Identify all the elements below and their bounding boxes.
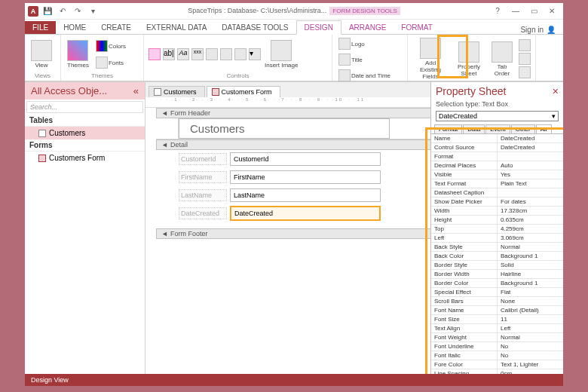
property-row[interactable]: Fore ColorText 1, Lighter (431, 360, 563, 369)
property-value[interactable]: DateCreated (498, 134, 563, 142)
property-value[interactable]: Yes (498, 170, 563, 179)
property-value[interactable]: Flat (498, 288, 563, 296)
property-row[interactable]: Format (431, 152, 563, 161)
property-row[interactable]: Font WeightNormal (431, 333, 563, 342)
textbox-customerid[interactable]: CustomerId (230, 152, 381, 166)
property-value[interactable]: Hairline (498, 270, 563, 278)
code-icon[interactable] (519, 53, 531, 65)
nav-section-tables[interactable]: Tables (25, 115, 145, 127)
insert-image-button[interactable]: Insert Image (263, 38, 299, 70)
property-row[interactable]: Back StyleNormal (431, 243, 563, 252)
undo-icon[interactable]: ↶ (57, 5, 69, 17)
property-row[interactable]: Font NameCalibri (Detail) (431, 306, 563, 315)
nav-item-customers-form[interactable]: Customers Form (25, 152, 145, 164)
property-value[interactable]: 0cm (498, 369, 563, 374)
property-value[interactable]: Solid (498, 261, 563, 269)
property-row[interactable]: Text FormatPlain Text (431, 179, 563, 188)
property-row[interactable]: Scroll BarsNone (431, 297, 563, 306)
qat-more-icon[interactable]: ▾ (87, 5, 99, 17)
logo-button[interactable]: Logo (337, 36, 366, 51)
property-value[interactable]: Auto (498, 161, 563, 170)
prop-tab-format[interactable]: Format (434, 124, 462, 133)
property-row[interactable]: Border ColorBackground 1 (431, 279, 563, 288)
label-control-icon[interactable]: Aa (177, 48, 189, 60)
tab-home[interactable]: HOME (56, 21, 93, 34)
fonts-button[interactable]: Fonts (94, 55, 127, 70)
tab-arrange[interactable]: ARRANGE (341, 21, 394, 34)
property-row[interactable]: Font UnderlineNo (431, 342, 563, 351)
property-value[interactable]: Calibri (Detail) (498, 306, 563, 314)
more-controls-icon[interactable]: ▾ (249, 48, 261, 60)
doc-tab-customers[interactable]: Customers (149, 86, 205, 97)
property-row[interactable]: Text AlignLeft (431, 324, 563, 333)
property-value[interactable] (498, 152, 563, 161)
subform-icon[interactable] (519, 39, 531, 51)
tab-create[interactable]: CREATE (93, 21, 139, 34)
property-row[interactable]: Control SourceDateCreated (431, 143, 563, 152)
property-row[interactable]: Font Size11 (431, 315, 563, 324)
property-value[interactable]: Background 1 (498, 279, 563, 287)
form-title-label[interactable]: Customers (179, 118, 390, 139)
label-customerid[interactable]: CustomerId (179, 153, 227, 165)
property-row[interactable]: NameDateCreated (431, 134, 563, 143)
nav-header[interactable]: All Access Obje...« (25, 82, 145, 100)
combo-control-icon[interactable] (234, 48, 247, 60)
label-lastname[interactable]: LastName (179, 189, 227, 201)
tab-external-data[interactable]: EXTERNAL DATA (139, 21, 214, 34)
colors-button[interactable]: Colors (94, 38, 127, 54)
property-sheet-close[interactable]: × (553, 85, 559, 97)
property-value[interactable]: Plain Text (498, 179, 563, 188)
tab-database-tools[interactable]: DATABASE TOOLS (214, 21, 296, 34)
label-firstname[interactable]: FirstName (179, 171, 227, 183)
textbox-control-icon[interactable]: ab| (163, 48, 175, 60)
property-row[interactable]: VisibleYes (431, 170, 563, 179)
property-row[interactable]: Border StyleSolid (431, 261, 563, 270)
tab-control-icon[interactable] (206, 48, 218, 60)
property-value[interactable]: 3.069cm (498, 234, 563, 242)
property-value[interactable]: For dates (498, 198, 563, 206)
macro-icon[interactable] (519, 66, 531, 78)
save-icon[interactable]: 💾 (41, 5, 54, 17)
property-value[interactable]: Text 1, Lighter (498, 360, 563, 369)
property-grid[interactable]: NameDateCreatedControl SourceDateCreated… (431, 134, 563, 374)
prop-tab-other[interactable]: Other (511, 124, 535, 133)
label-datecreated[interactable]: DateCreated (179, 207, 227, 219)
property-value[interactable] (498, 188, 563, 197)
textbox-firstname[interactable]: FirstName (230, 170, 381, 184)
property-value[interactable]: Left (498, 324, 563, 332)
property-row[interactable]: Line Spacing0cm (431, 369, 563, 374)
prop-tab-all[interactable]: All (536, 124, 552, 133)
property-value[interactable]: 4.259cm (498, 225, 563, 233)
sign-in[interactable]: Sign in 👤 (520, 26, 556, 34)
nav-search-input[interactable]: Search... (26, 101, 143, 113)
property-value[interactable]: Normal (498, 243, 563, 251)
nav-section-forms[interactable]: Forms (25, 139, 145, 152)
property-row[interactable]: Decimal PlacesAuto (431, 161, 563, 170)
close-icon[interactable]: ✕ (544, 5, 560, 17)
hyperlink-control-icon[interactable] (220, 48, 232, 60)
property-row[interactable]: Special EffectFlat (431, 288, 563, 297)
nav-item-customers[interactable]: Customers (25, 127, 145, 139)
property-value[interactable]: 17.328cm (498, 207, 563, 215)
property-value[interactable]: DateCreated (498, 143, 563, 152)
property-value[interactable]: No (498, 342, 563, 351)
property-row[interactable]: Back ColorBackground 1 (431, 252, 563, 261)
button-control-icon[interactable]: xxx (191, 48, 204, 60)
doc-tab-customers-form[interactable]: Customers Form (207, 86, 280, 97)
restore-icon[interactable]: ▭ (525, 5, 542, 17)
property-row[interactable]: Width17.328cm (431, 207, 563, 216)
prop-tab-data[interactable]: Data (463, 124, 485, 133)
chevron-down-icon[interactable]: « (133, 85, 139, 96)
property-row[interactable]: Top4.259cm (431, 225, 563, 234)
property-row[interactable]: Height0.635cm (431, 216, 563, 225)
tab-order-button[interactable]: Tab Order (489, 40, 515, 78)
textbox-datecreated[interactable]: DateCreated (230, 206, 381, 221)
redo-icon[interactable]: ↷ (72, 5, 84, 17)
property-value[interactable]: Background 1 (498, 252, 563, 260)
view-button[interactable]: View (29, 38, 54, 70)
property-value[interactable]: 0.635cm (498, 216, 563, 224)
property-row[interactable]: Left3.069cm (431, 234, 563, 243)
textbox-lastname[interactable]: LastName (230, 188, 381, 202)
title-button[interactable]: Title (337, 52, 364, 67)
tab-format[interactable]: FORMAT (394, 21, 439, 34)
